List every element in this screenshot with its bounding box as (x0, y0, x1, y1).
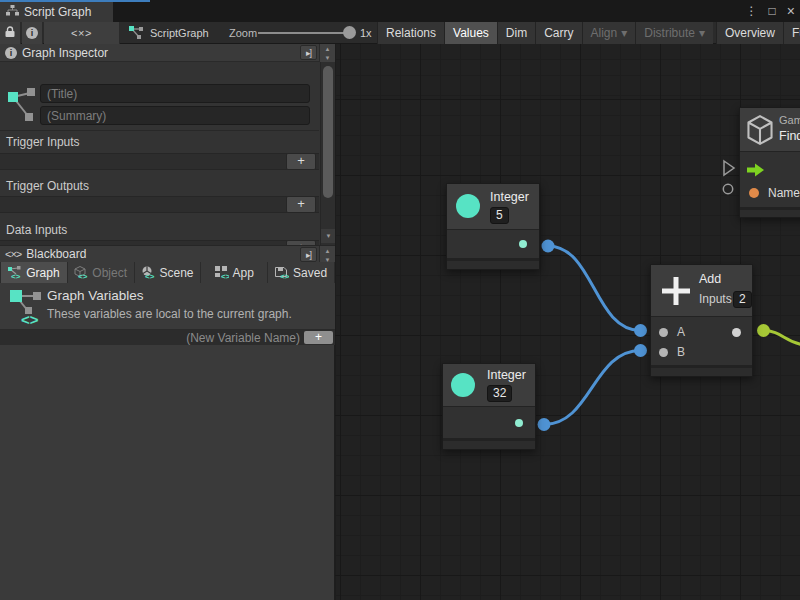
node-footer (447, 258, 539, 269)
scrollbar-thumb[interactable] (323, 66, 333, 198)
input-port-b[interactable] (659, 348, 668, 357)
tab-object[interactable]: <> Object (68, 262, 134, 283)
node-title: Integer (487, 368, 526, 382)
connection-endpoint[interactable] (542, 240, 555, 253)
zoom-slider-knob[interactable] (343, 26, 356, 39)
inputs-count-field[interactable]: 2 (733, 291, 752, 308)
code-preview-button[interactable]: <×> (44, 22, 120, 44)
scene-tab-icon: <> (141, 266, 155, 279)
integer-type-icon (451, 373, 475, 397)
script-graph-icon (129, 26, 144, 41)
edge-integer5-to-add-a[interactable] (548, 246, 641, 331)
scroll-up-icon[interactable]: ▲ (319, 246, 335, 255)
node-footer (740, 207, 800, 217)
dock-icon[interactable]: ▸] (300, 45, 317, 60)
overview-button[interactable]: Overview (716, 22, 783, 44)
graph-breadcrumb[interactable]: ScriptGraph (129, 22, 209, 44)
integer-value-field[interactable]: 5 (490, 207, 509, 224)
new-variable-row: + (0, 330, 335, 345)
tab-script-graph[interactable]: Script Graph (0, 2, 113, 22)
svg-text:<>: <> (145, 272, 155, 279)
svg-text:<>: <> (280, 272, 289, 279)
scroll-up-icon[interactable]: ▲ (319, 44, 335, 53)
integer-value-field[interactable]: 32 (487, 385, 512, 402)
svg-text:<>: <> (221, 272, 229, 279)
graph-title-input[interactable] (40, 84, 310, 103)
port-b-label: B (677, 345, 685, 359)
scroll-down-icon[interactable]: ▼ (319, 53, 335, 62)
svg-text:<>: <> (21, 311, 39, 327)
graph-summary-input[interactable] (40, 106, 310, 125)
output-port[interactable] (732, 328, 741, 337)
tab-app[interactable]: <> App (201, 262, 267, 283)
blackboard-icon: <×> (5, 248, 21, 260)
trigger-inputs-list (0, 153, 319, 170)
flow-port-triangle[interactable] (721, 159, 737, 177)
flow-arrow-icon[interactable] (747, 163, 765, 180)
inspector-scrollbar: ▼ (320, 62, 335, 245)
graph-canvas[interactable]: Integer 5 Integer 32 (335, 44, 800, 600)
node-footer (443, 438, 535, 449)
relations-button[interactable]: Relations (377, 22, 444, 44)
app-tab-icon: <> (215, 266, 229, 279)
connection-endpoint[interactable] (757, 324, 770, 337)
integer-type-icon (456, 194, 480, 218)
add-icon (659, 274, 693, 311)
add-trigger-input-button[interactable]: + (286, 153, 316, 170)
name-input-port[interactable] (749, 188, 759, 198)
full-screen-button[interactable]: Full Screen (783, 22, 800, 44)
value-port-circle[interactable] (721, 182, 735, 196)
connection-endpoint[interactable] (634, 324, 647, 337)
hierarchy-icon (6, 5, 19, 19)
edge-integer32-to-add-b[interactable] (544, 351, 641, 425)
dock-icon[interactable]: ▸] (300, 247, 317, 262)
node-integer-32[interactable]: Integer 32 (442, 363, 536, 450)
new-variable-input[interactable] (0, 330, 300, 345)
zoom-slider-track[interactable] (258, 32, 352, 34)
tab-title: Script Graph (24, 5, 91, 19)
connection-endpoint[interactable] (538, 418, 551, 431)
output-port[interactable] (515, 419, 523, 427)
window-menu-icon[interactable]: ⋮ (746, 4, 758, 18)
inputs-label: Inputs (699, 292, 732, 306)
add-variable-button[interactable]: + (304, 331, 333, 344)
values-button[interactable]: Values (444, 22, 497, 44)
graph-inspector-content: Trigger Inputs + Trigger Outputs + Data … (0, 62, 335, 245)
node-integer-5[interactable]: Integer 5 (446, 183, 540, 270)
node-gameobject-find[interactable]: GameObject Find Name (739, 107, 800, 218)
tab-scene[interactable]: <> Scene (135, 262, 201, 283)
inspect-button[interactable]: i (22, 22, 43, 44)
zoom-value: 1x (360, 22, 372, 44)
name-port-label: Name (768, 186, 800, 200)
carry-button[interactable]: Carry (535, 22, 581, 44)
graph-type-icon (5, 84, 38, 129)
node-add[interactable]: Add Inputs 2 A B (650, 264, 753, 377)
node-body (447, 229, 539, 258)
tab-saved[interactable]: <> Saved (268, 262, 334, 283)
maximize-icon[interactable]: □ (769, 4, 776, 18)
distribute-dropdown[interactable]: Distribute▾ (635, 22, 713, 44)
graph-variables-description: These variables are local to the current… (47, 307, 292, 321)
connection-endpoint[interactable] (634, 344, 647, 357)
lock-button[interactable] (0, 22, 21, 44)
saved-tab-icon: <> (275, 266, 289, 279)
graph-variables-section: <> Graph Variables These variables are l… (0, 283, 335, 330)
dim-button[interactable]: Dim (497, 22, 535, 44)
code-icon: <×> (71, 27, 92, 39)
tab-graph[interactable]: <> Graph (1, 262, 67, 283)
add-trigger-output-button[interactable]: + (286, 196, 316, 213)
graph-inspector-header: i Graph Inspector ▸] ▲ ▼ (0, 44, 335, 62)
output-port[interactable] (519, 240, 527, 248)
align-dropdown[interactable]: Align▾ (582, 22, 636, 44)
info-icon: i (26, 27, 38, 39)
node-footer (651, 365, 752, 376)
inspector-scroll-arrows: ▲ ▼ (319, 44, 335, 62)
input-port-a[interactable] (659, 328, 668, 337)
node-body: A B (651, 316, 752, 365)
info-icon: i (5, 47, 17, 59)
edge-add-output[interactable] (764, 331, 800, 346)
node-body: Name (740, 151, 800, 207)
data-inputs-label: Data Inputs (6, 223, 67, 237)
close-icon[interactable]: × (787, 3, 795, 19)
scrollbar-down-icon[interactable]: ▼ (321, 229, 336, 243)
